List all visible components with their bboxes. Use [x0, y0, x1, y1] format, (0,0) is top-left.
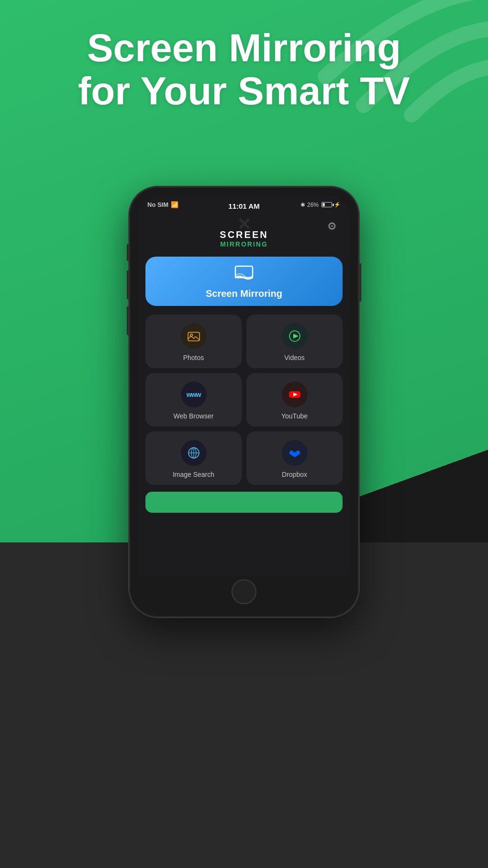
logo-screen-text: SCREEN: [165, 229, 323, 240]
screen-mirror-button[interactable]: Screen Mirroring: [145, 257, 343, 306]
gear-icon: ⚙: [327, 220, 337, 233]
photos-label: Photos: [183, 354, 204, 361]
phone-bottom: [138, 575, 350, 609]
side-button-silent: [127, 244, 129, 261]
battery-fill: [322, 203, 325, 206]
feature-dropbox[interactable]: Dropbox: [246, 431, 343, 485]
headline-text: Screen Mirroring for Your Smart TV: [29, 26, 459, 113]
status-right: ✱ 26% ⚡: [300, 202, 341, 208]
videos-icon-circle: [282, 323, 308, 349]
side-button-vol-down: [127, 306, 129, 335]
phone-frame: No SIM 📶 11:01 AM ✱ 26% ⚡: [129, 187, 359, 617]
features-grid: Photos Videos: [138, 315, 350, 485]
phone-screen: No SIM 📶 11:01 AM ✱ 26% ⚡: [138, 195, 350, 609]
charging-icon: ⚡: [334, 202, 341, 208]
dropbox-label: Dropbox: [282, 471, 307, 478]
headline-line2: for Your Smart TV: [78, 69, 410, 113]
cast-icon: [234, 265, 254, 284]
battery-percent: 26%: [307, 202, 319, 208]
browser-icon-circle: www: [181, 382, 207, 407]
headline-section: Screen Mirroring for Your Smart TV: [0, 26, 488, 113]
feature-web-browser[interactable]: www Web Browser: [145, 373, 242, 427]
youtube-icon-circle: [282, 382, 308, 407]
feature-youtube[interactable]: YouTube: [246, 373, 343, 427]
phone-wrapper: No SIM 📶 11:01 AM ✱ 26% ⚡: [81, 187, 407, 617]
youtube-label: YouTube: [281, 412, 308, 420]
dropbox-icon-circle: [282, 440, 308, 466]
image-search-label: Image Search: [173, 471, 214, 478]
side-button-power: [359, 263, 361, 302]
side-button-vol-up: [127, 271, 129, 299]
app-content: ✕ SCREEN MIRRORING ⚙: [138, 211, 350, 575]
videos-label: Videos: [284, 354, 305, 361]
app-logo: ✕ SCREEN MIRRORING: [165, 216, 323, 248]
bluetooth-icon: ✱: [300, 202, 305, 208]
mirror-button-label: Screen Mirroring: [206, 288, 282, 299]
svg-rect-2: [188, 332, 200, 341]
feature-image-search[interactable]: Image Search: [145, 431, 242, 485]
home-button[interactable]: [232, 579, 256, 604]
settings-button[interactable]: ⚙: [323, 218, 341, 235]
app-header: ✕ SCREEN MIRRORING ⚙: [138, 211, 350, 252]
photos-icon-circle: [181, 323, 207, 349]
status-bar: No SIM 📶 11:01 AM ✱ 26% ⚡: [138, 195, 350, 211]
web-browser-label: Web Browser: [174, 412, 214, 420]
svg-point-1: [243, 277, 245, 279]
logo-mirroring-text: MIRRORING: [165, 240, 323, 248]
battery-icon: [322, 202, 332, 207]
feature-photos[interactable]: Photos: [145, 315, 242, 368]
image-search-icon-circle: [181, 440, 207, 466]
wifi-icon: 📶: [171, 201, 178, 208]
headline-line1: Screen Mirroring: [87, 26, 401, 69]
status-left: No SIM 📶: [147, 201, 178, 208]
carrier-label: No SIM: [147, 201, 168, 208]
feature-videos[interactable]: Videos: [246, 315, 343, 368]
svg-marker-5: [293, 334, 299, 338]
status-time: 11:01 AM: [228, 202, 259, 210]
bottom-action-bar[interactable]: [145, 492, 343, 513]
